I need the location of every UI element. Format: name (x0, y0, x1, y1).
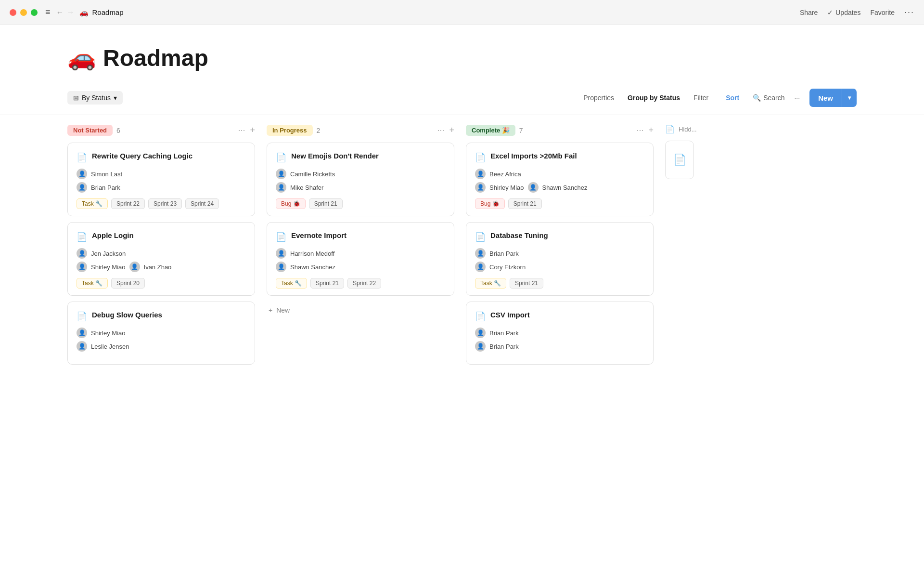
assignee-name: Simon Last (91, 171, 122, 178)
search-icon: 🔍 (753, 94, 761, 102)
avatar: 👤 (129, 262, 140, 272)
assignee-name: Shirley Miao (91, 329, 126, 337)
assignee-name: Brian Park (489, 343, 519, 350)
tag: Sprint 20 (111, 278, 145, 289)
grid-icon: ⊞ (73, 94, 79, 102)
column-more-complete[interactable]: ··· (636, 125, 643, 135)
assignee-name: Shirley Miao (489, 184, 524, 191)
minimize-button[interactable] (20, 9, 27, 16)
assignee-row: 👤 Harrison Medoff (276, 248, 445, 259)
column-more-not-started[interactable]: ··· (238, 125, 245, 135)
card-assignees: 👤 Jen Jackson 👤 Shirley Miao 👤 Ivan Zhao (77, 248, 246, 272)
filter-button[interactable]: Filter (690, 92, 712, 104)
view-selector[interactable]: ⊞ By Status ▾ (67, 91, 123, 105)
tag: Bug 🐞 (475, 198, 505, 209)
updates-button[interactable]: ✓ Updates (827, 9, 860, 16)
titlebar: ≡ ← → 🚗 Roadmap Share ✓ Updates Favorite… (0, 0, 924, 25)
more-button[interactable]: ··· (904, 7, 914, 17)
hamburger-icon[interactable]: ≡ (45, 7, 51, 17)
card-assignees: 👤 Harrison Medoff 👤 Shawn Sanchez (276, 248, 445, 272)
card-apple-login[interactable]: 📄 Apple Login 👤 Jen Jackson 👤 Shirley Mi… (67, 222, 255, 296)
card-new-emojis[interactable]: 📄 New Emojis Don't Render 👤 Camille Rick… (267, 143, 454, 216)
assignee-row: 👤 Shirley Miao 👤 Shawn Sanchez (475, 182, 644, 193)
card-database-tuning[interactable]: 📄 Database Tuning 👤 Brian Park 👤 Cory Et… (466, 222, 654, 296)
page-emoji: 🚗 (67, 44, 96, 71)
card-title: Evernote Import (291, 231, 346, 239)
doc-icon: 📄 (475, 152, 486, 163)
assignee-name: Cory Etzkorn (489, 263, 526, 271)
add-new-in-progress[interactable]: + New (267, 302, 454, 319)
tag: Task 🔧 (77, 278, 108, 289)
fullscreen-button[interactable] (31, 9, 38, 16)
avatar: 👤 (528, 182, 539, 193)
forward-arrow[interactable]: → (67, 8, 75, 17)
toolbar-more-button[interactable]: ··· (794, 94, 800, 102)
card-excel-imports[interactable]: 📄 Excel Imports >20Mb Fail 👤 Beez Africa… (466, 143, 654, 216)
card-debug-slow-queries[interactable]: 📄 Debug Slow Queries 👤 Shirley Miao 👤 Le… (67, 302, 255, 365)
card-rewrite-query[interactable]: 📄 Rewrite Query Caching Logic 👤 Simon La… (67, 143, 255, 216)
assignee-row: 👤 Jen Jackson (77, 248, 246, 259)
sort-button[interactable]: Sort (722, 92, 743, 104)
column-count-not-started: 6 (116, 127, 120, 134)
assignee-name: Ivan Zhao (144, 263, 172, 271)
column-header-not-started: Not Started 6 ··· + (67, 125, 255, 136)
avatar: 👤 (276, 248, 286, 259)
tag: Task 🔧 (475, 278, 506, 289)
new-button[interactable]: New ▾ (809, 89, 857, 107)
doc-icon: 📄 (77, 152, 87, 163)
column-add-complete[interactable]: + (648, 125, 654, 135)
card-assignees: 👤 Shirley Miao 👤 Leslie Jensen (77, 328, 246, 352)
favorite-button[interactable]: Favorite (870, 9, 895, 16)
column-actions-in-progress: ··· + (437, 125, 454, 135)
close-button[interactable] (10, 9, 16, 16)
card-csv-import[interactable]: 📄 CSV Import 👤 Brian Park 👤 Brian Park (466, 302, 654, 365)
assignee-row: 👤 Beez Africa (475, 169, 644, 179)
doc-icon: 📄 (77, 311, 87, 322)
card-evernote-import[interactable]: 📄 Evernote Import 👤 Harrison Medoff 👤 Sh… (267, 222, 454, 296)
doc-icon: 📄 (475, 311, 486, 322)
card-title: Excel Imports >20Mb Fail (490, 152, 577, 160)
doc-icon: 📄 (665, 125, 675, 134)
tag: Task 🔧 (276, 278, 307, 289)
properties-button[interactable]: Properties (579, 92, 618, 104)
group-by-prefix: Group by (628, 94, 657, 102)
search-button[interactable]: 🔍 Search (753, 94, 784, 102)
new-btn-arrow[interactable]: ▾ (842, 91, 857, 105)
group-by-button[interactable]: Group by Status (628, 94, 680, 102)
traffic-lights (10, 9, 38, 16)
new-button-label[interactable]: New (809, 90, 842, 106)
assignee-name: Brian Park (489, 250, 519, 257)
share-button[interactable]: Share (800, 9, 818, 16)
column-more-in-progress[interactable]: ··· (437, 125, 444, 135)
card-assignees: 👤 Brian Park 👤 Cory Etzkorn (475, 248, 644, 272)
column-add-in-progress[interactable]: + (449, 125, 454, 135)
column-header-complete: Complete 🎉 7 ··· + (466, 125, 654, 136)
avatar: 👤 (475, 169, 486, 179)
avatar: 👤 (475, 262, 486, 272)
card-tags: Bug 🐞 Sprint 21 (475, 198, 644, 209)
assignee-name: Leslie Jensen (91, 343, 129, 350)
assignee-name: Harrison Medoff (290, 250, 334, 257)
column-add-not-started[interactable]: + (250, 125, 255, 135)
column-complete: Complete 🎉 7 ··· + 📄 Excel Imports >20Mb… (466, 125, 654, 562)
card-assignees: 👤 Brian Park 👤 Brian Park (475, 328, 644, 352)
assignee-row: 👤 Brian Park (475, 341, 644, 352)
page-header: 🚗 Roadmap (0, 25, 924, 81)
assignee-row: 👤 Leslie Jensen (77, 341, 246, 352)
column-not-started: Not Started 6 ··· + 📄 Rewrite Query Cach… (67, 125, 255, 562)
card-title: Database Tuning (490, 231, 548, 239)
avatar: 👤 (276, 262, 286, 272)
page-title: 🚗 Roadmap (67, 44, 857, 71)
avatar: 👤 (276, 169, 286, 179)
assignee-row: 👤 Shawn Sanchez (276, 262, 445, 272)
assignee-name: Shawn Sanchez (542, 184, 588, 191)
avatar: 👤 (77, 262, 87, 272)
back-arrow[interactable]: ← (56, 8, 64, 17)
toolbar: ⊞ By Status ▾ Properties Group by Status… (0, 81, 924, 115)
doc-icon: 📄 (77, 232, 87, 242)
card-tags: Task 🔧 Sprint 21 (475, 278, 644, 289)
assignee-row: 👤 Shirley Miao 👤 Ivan Zhao (77, 262, 246, 272)
assignee-name: Brian Park (91, 184, 120, 191)
tag: Sprint 21 (309, 198, 343, 209)
titlebar-text: Roadmap (92, 8, 124, 16)
